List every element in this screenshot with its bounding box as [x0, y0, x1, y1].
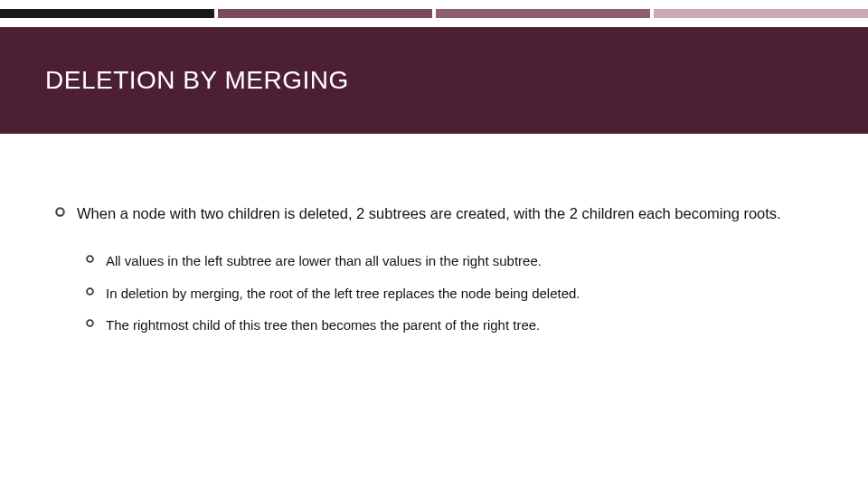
svg-point-0 [56, 208, 63, 215]
bullet-main-text: When a node with two children is deleted… [77, 203, 781, 223]
top-accent-bar [0, 9, 868, 18]
circle-bullet-icon [54, 206, 66, 218]
accent-segment-3 [436, 9, 650, 18]
svg-point-1 [87, 256, 93, 262]
accent-segment-1 [0, 9, 214, 18]
circle-bullet-icon [85, 254, 95, 264]
bullet-sub-1: All values in the left subtree are lower… [85, 252, 832, 270]
spacer [54, 236, 832, 252]
circle-bullet-icon [85, 318, 95, 328]
slide-body: When a node with two children is deleted… [54, 203, 832, 349]
accent-segment-2 [218, 9, 432, 18]
title-band: DELETION BY MERGING [0, 27, 868, 134]
bullet-sub-3: The rightmost child of this tree then be… [85, 316, 832, 334]
bullet-sub-1-text: All values in the left subtree are lower… [106, 252, 542, 270]
bullet-sub-2-text: In deletion by merging, the root of the … [106, 285, 580, 303]
slide-title: DELETION BY MERGING [45, 66, 349, 95]
svg-point-2 [87, 288, 93, 295]
slide: DELETION BY MERGING When a node with two… [0, 0, 868, 488]
svg-point-3 [87, 320, 93, 326]
bullet-sub-3-text: The rightmost child of this tree then be… [106, 316, 540, 334]
accent-segment-4 [654, 9, 868, 18]
bullet-sub-2: In deletion by merging, the root of the … [85, 285, 832, 303]
bullet-main: When a node with two children is deleted… [54, 203, 832, 223]
circle-bullet-icon [85, 286, 95, 296]
